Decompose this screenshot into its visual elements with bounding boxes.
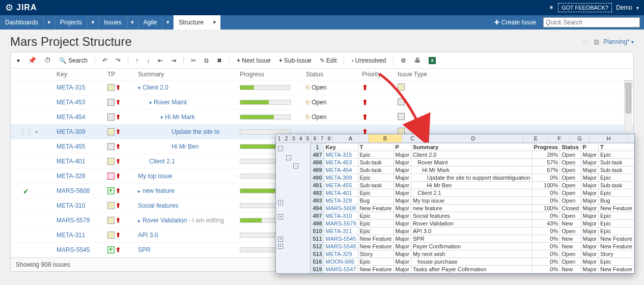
next-issue-button[interactable]: +Next Issue <box>235 56 273 65</box>
outline-level-button[interactable]: 6 <box>312 134 319 142</box>
col-progress[interactable]: Progress <box>240 71 306 78</box>
excel-cell[interactable]: META-315 <box>324 151 358 159</box>
excel-cell[interactable]: Major <box>581 227 599 235</box>
feedback-button[interactable]: GOT FEEDBACK? <box>558 3 612 12</box>
delete-icon[interactable]: ✖ <box>215 56 224 65</box>
excel-cell[interactable]: Major <box>581 250 599 258</box>
excel-outline-levels[interactable]: 12345678 <box>276 134 333 142</box>
excel-cell[interactable]: new feature <box>411 205 533 212</box>
excel-cell[interactable]: MARS-5608 <box>324 205 358 212</box>
excel-cell[interactable]: Sub-task <box>358 166 394 174</box>
excel-cell[interactable]: 0% <box>532 258 560 266</box>
chevron-down-icon[interactable]: ▾ <box>15 56 22 65</box>
excel-cell[interactable]: META-329 <box>324 250 358 258</box>
excel-cell[interactable]: My top issue <box>411 197 533 205</box>
undo-icon[interactable]: ↶ <box>100 56 109 65</box>
outline-level-button[interactable]: 1 <box>276 134 283 142</box>
excel-cell[interactable]: Open <box>560 258 581 266</box>
outline-collapse-icon[interactable]: − <box>286 155 291 160</box>
outline-level-button[interactable]: 8 <box>326 134 333 142</box>
excel-cell[interactable]: New <box>560 235 581 243</box>
excel-cell[interactable]: Major <box>581 235 599 243</box>
excel-cell[interactable]: My next wish <box>411 250 533 258</box>
excel-cell[interactable]: Epic <box>358 151 394 159</box>
issue-key-link[interactable]: MARS-5579 <box>57 217 107 224</box>
excel-cell[interactable]: Major <box>394 243 411 250</box>
excel-cell[interactable]: Payer Confirmation <box>411 243 533 250</box>
col-type[interactable]: Issue Type <box>398 71 438 78</box>
redo-icon[interactable]: ↷ <box>114 56 123 65</box>
excel-cell[interactable]: Major <box>581 166 599 174</box>
col-tp[interactable]: TP <box>107 71 138 78</box>
outdent-icon[interactable]: ⇤ <box>156 56 165 65</box>
edit-button[interactable]: ✎Edit <box>318 56 339 65</box>
excel-header-cell[interactable]: P <box>394 144 411 151</box>
excel-header-cell[interactable]: T <box>599 144 634 151</box>
outline-expand-icon[interactable]: + <box>278 200 283 205</box>
excel-rownum[interactable]: 516 <box>311 258 324 266</box>
issue-key-link[interactable]: META-309 <box>57 128 107 135</box>
excel-cell[interactable]: Sub-task <box>599 182 634 189</box>
excel-rownum[interactable]: 488 <box>311 159 324 166</box>
export-excel-button[interactable]: X <box>427 56 438 65</box>
outline-level-button[interactable]: 2 <box>283 134 290 142</box>
excel-cell[interactable]: META-309 <box>324 174 358 182</box>
chevron-down-icon[interactable]: ▾ <box>636 5 639 11</box>
excel-cell[interactable]: 67% <box>532 166 560 174</box>
issue-key-link[interactable]: META-315 <box>57 84 107 91</box>
excel-header-cell[interactable]: T <box>358 144 394 151</box>
excel-cell[interactable]: 57% <box>532 159 560 166</box>
excel-cell[interactable]: Open <box>560 189 581 197</box>
excel-cell[interactable]: Major <box>581 182 599 189</box>
excel-cell[interactable]: Story <box>358 250 394 258</box>
unresolved-filter[interactable]: ›Unresolved <box>349 56 388 65</box>
excel-cell[interactable]: Sub-task <box>599 159 634 166</box>
excel-cell[interactable]: META-311 <box>324 227 358 235</box>
move-up-icon[interactable]: ↑ <box>133 56 141 65</box>
menu-agile[interactable]: Agile <box>138 15 163 30</box>
print-icon[interactable]: 🖶 <box>412 56 423 65</box>
menu-structure[interactable]: Structure <box>174 15 209 30</box>
excel-cell[interactable]: Rover Validation <box>411 220 533 227</box>
outline-level-button[interactable]: 4 <box>297 134 304 142</box>
excel-cell[interactable]: New Feature <box>358 266 394 273</box>
excel-cell[interactable]: New Feature <box>599 243 634 250</box>
table-row[interactable]: META-453⬆▾Rover Maint⎘Open⬆ <box>11 95 633 110</box>
expander-icon[interactable]: ▾ <box>138 85 141 91</box>
excel-cell[interactable]: 100% <box>532 182 560 189</box>
excel-rownum[interactable]: 487 <box>311 151 324 159</box>
excel-cell[interactable]: Major <box>394 235 411 243</box>
excel-rownum[interactable]: 498 <box>311 220 324 227</box>
issue-key-link[interactable]: META-455 <box>57 143 107 150</box>
outline-collapse-icon[interactable]: − <box>278 146 283 151</box>
outline-expand-icon[interactable]: + <box>278 237 283 242</box>
excel-cell[interactable]: Epic <box>599 220 634 227</box>
excel-cell[interactable]: Major <box>581 220 599 227</box>
excel-cell[interactable]: Closed <box>560 205 581 212</box>
excel-cell[interactable]: Major <box>581 189 599 197</box>
excel-column-letters[interactable]: ABCDEFGH <box>333 134 634 142</box>
excel-cell[interactable]: META-401 <box>324 189 358 197</box>
issue-summary-link[interactable]: ▸Rover Validation - I am editing <box>138 217 240 224</box>
excel-cell[interactable]: Social features <box>411 212 533 220</box>
excel-cell[interactable]: Epic <box>599 258 634 266</box>
excel-cell[interactable]: 0% <box>532 197 560 205</box>
excel-cell[interactable]: New Feature <box>358 243 394 250</box>
indent-icon[interactable]: ⇥ <box>169 56 178 65</box>
excel-rownum[interactable]: 491 <box>311 182 324 189</box>
excel-cell[interactable]: Major <box>394 197 411 205</box>
excel-cell[interactable]: Major <box>581 197 599 205</box>
excel-cell[interactable]: 0% <box>532 250 560 258</box>
excel-rownum[interactable]: 489 <box>311 166 324 174</box>
excel-col-F[interactable]: F <box>549 134 570 142</box>
excel-cell[interactable]: Major <box>394 182 411 189</box>
drag-handle-icon[interactable]: ⋮⋮ <box>20 129 32 136</box>
view-switcher[interactable]: Planning* ▾ <box>603 38 634 45</box>
table-row[interactable]: META-454⬆▾Hi Mr Mark⎘Open⬆ <box>11 110 633 125</box>
excel-cell[interactable]: MARS-5545 <box>324 235 358 243</box>
excel-cell[interactable]: Major <box>581 212 599 220</box>
excel-cell[interactable]: New Feature <box>599 266 634 273</box>
create-issue-button[interactable]: ✚ Create Issue <box>490 19 540 26</box>
excel-cell[interactable]: Major <box>581 174 599 182</box>
clock-icon[interactable]: ⏱ <box>42 55 53 65</box>
